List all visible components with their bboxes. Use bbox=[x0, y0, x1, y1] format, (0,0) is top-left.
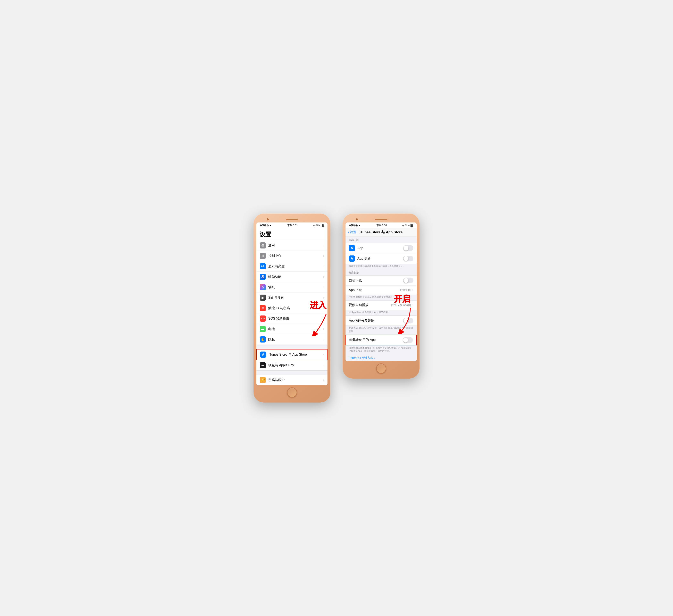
accessibility-symbol: ♿ bbox=[260, 275, 265, 279]
settings-item-itunes[interactable]: A iTunes Store 与 App Store › bbox=[256, 349, 327, 360]
unload-list: 卸载未使用的 App bbox=[346, 335, 417, 346]
ratings-toggle[interactable] bbox=[403, 318, 413, 323]
phone1: 中国移动 ▲ 下午 5:31 ◎ 32% ▓ 设置 ⚙ bbox=[253, 214, 330, 402]
display-chevron: › bbox=[323, 265, 324, 268]
battery-icon: ▬ bbox=[260, 326, 266, 332]
front-camera bbox=[267, 218, 269, 221]
app-label: App bbox=[358, 246, 403, 250]
settings-item-wallpaper[interactable]: ✿ 墙纸 › bbox=[256, 282, 327, 293]
privacy-label: 隐私 bbox=[268, 337, 323, 342]
nav-back-label: 设置 bbox=[350, 230, 356, 234]
cellular-auto-toggle[interactable] bbox=[403, 278, 413, 283]
app-toggle[interactable] bbox=[403, 245, 413, 251]
settings-item-touchid[interactable]: ⊕ 触控 ID 与密码 › bbox=[256, 303, 327, 313]
battery-icon2: ▓ bbox=[410, 224, 413, 227]
status-time2: 下午 5:30 bbox=[377, 224, 387, 227]
passwords-chevron: › bbox=[323, 378, 324, 382]
video-label: 视频自动播放 bbox=[349, 303, 391, 307]
section-auto-download-header: 自动下载 bbox=[346, 236, 417, 243]
unload-toggle[interactable] bbox=[403, 337, 413, 343]
nav-back-button[interactable]: ‹ 设置 bbox=[348, 230, 356, 234]
separator1 bbox=[256, 345, 327, 349]
settings-item-app-download[interactable]: App 下载 始终询问 › bbox=[346, 286, 417, 295]
settings-item-siri[interactable]: ◉ Siri 与搜索 › bbox=[256, 293, 327, 303]
settings-list-bottom: 🔑 密码与帐户 › bbox=[256, 375, 327, 385]
sos-label: SOS 紧急联络 bbox=[268, 316, 323, 321]
settings-item-display[interactable]: AA 显示与亮度 › bbox=[256, 261, 327, 272]
unload-note: 自动移除未使用的App，但保留所有文稿和数据。若 App Store 仍提供该A… bbox=[346, 346, 417, 354]
siri-label: Siri 与搜索 bbox=[268, 296, 323, 300]
settings-item-app-update[interactable]: A App 更新 bbox=[346, 253, 417, 264]
gear-icon: ⚙ bbox=[261, 243, 264, 248]
settings-item-general[interactable]: ⚙ 通用 › bbox=[256, 240, 327, 251]
settings-item-video[interactable]: 视频自动播放 仅限无线局域网 › bbox=[346, 301, 417, 310]
settings-item-ratings[interactable]: App内评分及评论 bbox=[346, 316, 417, 325]
auto-download-note: 自动下载在其他的设备上新购买的项目（含免费项目）。 bbox=[346, 264, 417, 269]
touchid-label: 触控 ID 与密码 bbox=[268, 306, 323, 310]
video-value: 仅限无线局域网 bbox=[391, 303, 411, 307]
wallpaper-chevron: › bbox=[323, 285, 324, 289]
video-list: 视频自动播放 仅限无线局域网 › bbox=[346, 301, 417, 310]
sos-chevron: › bbox=[323, 317, 324, 320]
accessibility-chevron: › bbox=[323, 275, 324, 279]
status-left2: 中国移动 ▲ bbox=[349, 224, 361, 227]
wallet-symbol: ▬ bbox=[261, 364, 264, 367]
carrier-label2: 中国移动 bbox=[349, 224, 358, 227]
settings-item-privacy[interactable]: ✋ 隐私 › bbox=[256, 334, 327, 345]
settings-item-passwords[interactable]: 🔑 密码与帐户 › bbox=[256, 375, 327, 385]
sos-icon: SOS bbox=[260, 315, 266, 322]
siri-icon: ◉ bbox=[260, 295, 266, 301]
status-right2: ◎ 32% ▓ bbox=[402, 224, 413, 227]
nav-bar2: ‹ 设置 iTunes Store 与 App Store bbox=[346, 228, 417, 236]
settings-item-sos[interactable]: SOS SOS 紧急联络 › bbox=[256, 313, 327, 324]
cellular-auto-knob bbox=[404, 278, 408, 283]
carrier-label: 中国移动 bbox=[260, 224, 269, 227]
settings-item-accessibility[interactable]: ♿ 辅助功能 › bbox=[256, 272, 327, 282]
home-button1[interactable] bbox=[287, 387, 297, 398]
ratings-label: App内评分及评论 bbox=[349, 319, 403, 323]
section2-header: 蜂窝数据 bbox=[349, 271, 359, 274]
control-symbol: ⊞ bbox=[261, 254, 264, 258]
phone2-top bbox=[346, 216, 417, 223]
siri-chevron: › bbox=[323, 296, 324, 300]
touchid-chevron: › bbox=[323, 306, 324, 310]
phone2: 中国移动 ▲ 下午 5:30 ◎ 32% ▓ ‹ 设置 iTunes Store… bbox=[343, 214, 420, 378]
wifi-icon: ▲ bbox=[269, 224, 272, 227]
home-button2[interactable] bbox=[376, 363, 386, 374]
ratings-note: 允许 App 询问产品使用反馈，以帮助开发者和其他用户了解您的想法。 bbox=[346, 326, 417, 335]
touchid-icon: ⊕ bbox=[260, 305, 266, 311]
control-icon: ⊞ bbox=[260, 253, 266, 259]
front-camera2 bbox=[356, 218, 358, 221]
back-arrow-icon: ‹ bbox=[348, 230, 349, 234]
phone2-screen: 中国移动 ▲ 下午 5:30 ◎ 32% ▓ ‹ 设置 iTunes Store… bbox=[346, 223, 417, 361]
status-right: ◎ 32% ▓ bbox=[313, 224, 324, 227]
settings-item-unload[interactable]: 卸载未使用的 App bbox=[346, 335, 417, 345]
status-bar2: 中国移动 ▲ 下午 5:30 ◎ 32% ▓ bbox=[346, 223, 417, 228]
app-update-toggle[interactable] bbox=[403, 256, 413, 261]
app-update-label: App 更新 bbox=[358, 257, 403, 261]
speaker2 bbox=[375, 219, 387, 220]
sos-symbol: SOS bbox=[260, 318, 265, 320]
unload-toggle-knob bbox=[403, 338, 408, 342]
privacy-chevron: › bbox=[323, 338, 324, 341]
settings-item-cellular-auto[interactable]: 自动下载 bbox=[346, 276, 417, 286]
display-icon: AA bbox=[260, 263, 266, 269]
wallpaper-symbol: ✿ bbox=[261, 285, 264, 289]
phone1-screen: 中国移动 ▲ 下午 5:31 ◎ 32% ▓ 设置 ⚙ bbox=[256, 223, 327, 385]
app-toggle-knob bbox=[404, 246, 408, 251]
learn-more-link[interactable]: 了解数据的管理方式... bbox=[346, 354, 417, 361]
auto-download-list: A App A App 更新 bbox=[346, 243, 417, 264]
settings-item-wallet[interactable]: ▬ 钱包与 Apple Pay › bbox=[256, 360, 327, 370]
phone1-bottom bbox=[256, 385, 327, 400]
general-label: 通用 bbox=[268, 243, 323, 248]
accessibility-icon: ♿ bbox=[260, 274, 266, 280]
settings-item-app[interactable]: A App bbox=[346, 243, 417, 253]
control-label: 控制中心 bbox=[268, 254, 323, 258]
itunes-symbol: A bbox=[262, 353, 264, 356]
settings-item-battery[interactable]: ▬ 电池 › bbox=[256, 324, 327, 334]
app-download-label: App 下载 bbox=[349, 288, 400, 292]
video-chevron: › bbox=[412, 303, 413, 307]
ratings-list: App内评分及评论 bbox=[346, 315, 417, 326]
location-icon: ◎ bbox=[313, 224, 315, 227]
settings-item-control[interactable]: ⊞ 控制中心 › bbox=[256, 251, 327, 261]
